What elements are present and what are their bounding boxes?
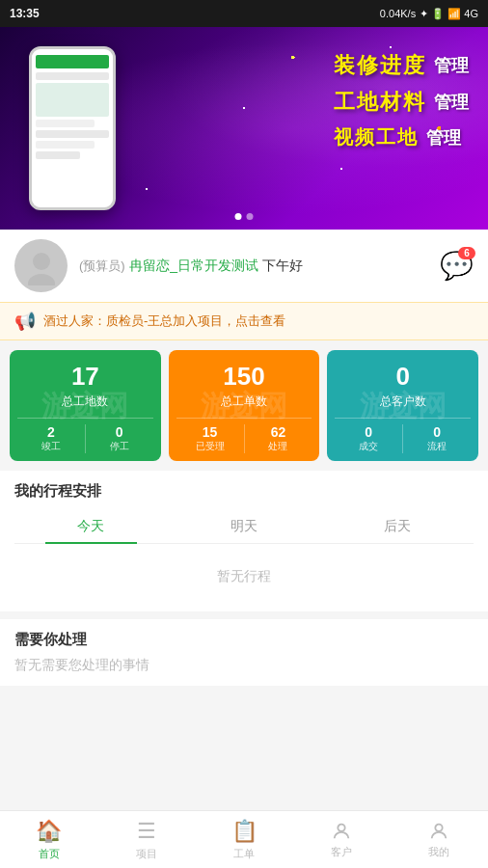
stat-card-workorders[interactable]: 游迹网 150 总工单数 15 已受理 62 处理: [169, 350, 320, 461]
svg-point-2: [339, 824, 345, 830]
stat-card-worksites[interactable]: 游迹网 17 总工地数 2 竣工 0 停工: [10, 350, 161, 461]
status-right: 0.04K/s ✦ 🔋 📶 4G: [380, 8, 478, 20]
tab-tomorrow[interactable]: 明天: [168, 510, 321, 543]
user-bar: (预算员) 冉留恋_日常开发测试 下午好 💬 6: [0, 230, 488, 302]
svg-point-3: [436, 824, 443, 830]
banner: 装修进度 管理 工地材料 管理 视频工地 管理: [0, 27, 488, 230]
worksites-sub-2: 0 停工: [86, 424, 153, 453]
svg-point-0: [33, 253, 50, 270]
notif-link: 酒过人家：质检员-王总加入项目，点击查看: [43, 313, 285, 328]
nav-project[interactable]: ☰ 项目: [97, 819, 195, 861]
status-time: 13:35: [10, 7, 40, 20]
workorder-icon: 📋: [231, 819, 258, 844]
bottom-nav: 🏠 首页 ☰ 项目 📋 工单 客户 我的: [0, 810, 488, 868]
tab-day-after[interactable]: 后天: [320, 510, 474, 543]
message-badge[interactable]: 💬 6: [439, 249, 474, 284]
stats-grid: 游迹网 17 总工地数 2 竣工 0 停工 游迹网 150 总工单数 15 已受…: [10, 350, 478, 461]
worksites-number: 17: [17, 362, 153, 392]
banner-text-1: 装修进度: [334, 51, 426, 80]
workorders-sub: 15 已受理 62 处理: [176, 418, 312, 453]
home-label: 首页: [39, 847, 60, 861]
workorders-label: 总工单数: [176, 393, 312, 410]
customers-sub-label-2: 流程: [403, 440, 471, 453]
worksites-sub: 2 竣工 0 停工: [17, 418, 153, 453]
workorders-sub-num-2: 62: [245, 424, 312, 440]
status-bar: 13:35 0.04K/s ✦ 🔋 📶 4G: [0, 0, 488, 27]
banner-phone: [29, 46, 116, 210]
customers-sub-1: 0 成交: [335, 424, 402, 453]
nav-workorder[interactable]: 📋 工单: [195, 819, 292, 861]
project-icon: ☰: [137, 819, 156, 844]
customers-sub-label-1: 成交: [335, 440, 402, 453]
workorders-sub-1: 15 已受理: [176, 424, 244, 453]
schedule-tabs: 今天 明天 后天: [14, 510, 474, 544]
customers-sub-2: 0 流程: [403, 424, 471, 453]
worksites-sub-label-2: 停工: [86, 440, 153, 453]
workorders-sub-2: 62 处理: [245, 424, 312, 453]
handle-section: 需要你处理 暂无需要您处理的事情: [0, 619, 488, 686]
banner-manage-3: 管理: [426, 126, 461, 149]
banner-line-2: 工地材料 管理: [334, 88, 469, 117]
customer-icon: [331, 821, 352, 842]
handle-empty: 暂无需要您处理的事情: [14, 657, 474, 674]
banner-manage-1: 管理: [434, 54, 469, 77]
schedule-section: 我的行程安排 今天 明天 后天 暂无行程: [0, 471, 488, 611]
worksites-sub-1: 2 竣工: [17, 424, 85, 453]
status-speed: 0.04K/s: [380, 8, 416, 19]
banner-line-1: 装修进度 管理: [334, 51, 469, 80]
notification-bar[interactable]: 📢 酒过人家：质检员-王总加入项目，点击查看: [0, 302, 488, 340]
nav-mine[interactable]: 我的: [391, 821, 488, 859]
worksites-sub-num-2: 0: [86, 424, 153, 440]
workorders-sub-label-2: 处理: [245, 440, 312, 453]
banner-text-area: 装修进度 管理 工地材料 管理 视频工地 管理: [334, 51, 469, 150]
home-icon: 🏠: [36, 819, 62, 844]
user-role: (预算员): [79, 258, 125, 273]
user-info: (预算员) 冉留恋_日常开发测试 下午好: [79, 257, 427, 275]
customers-number: 0: [335, 362, 471, 392]
worksites-sub-num-1: 2: [17, 424, 85, 440]
avatar: [14, 239, 68, 292]
banner-text-2: 工地材料: [334, 88, 426, 117]
status-icons: ✦ 🔋 📶 4G: [420, 8, 478, 20]
workorders-number: 150: [176, 362, 312, 392]
workorders-sub-label-1: 已受理: [176, 440, 244, 453]
worksites-sub-label-1: 竣工: [17, 440, 85, 453]
worksites-label: 总工地数: [17, 393, 153, 410]
customer-label: 客户: [331, 845, 352, 859]
stat-card-customers[interactable]: 游迹网 0 总客户数 0 成交 0 流程: [327, 350, 478, 461]
project-label: 项目: [136, 847, 157, 861]
workorder-label: 工单: [233, 847, 255, 861]
user-greeting: 下午好: [262, 258, 303, 273]
customers-label: 总客户数: [335, 393, 471, 410]
tab-today[interactable]: 今天: [14, 510, 168, 543]
user-name: 冉留恋_日常开发测试: [129, 258, 258, 273]
schedule-title: 我的行程安排: [14, 482, 474, 501]
handle-title: 需要你处理: [14, 631, 474, 649]
schedule-empty: 暂无行程: [14, 554, 474, 600]
banner-manage-2: 管理: [434, 91, 469, 114]
notification-icon: 📢: [14, 311, 36, 332]
mine-label: 我的: [428, 845, 449, 859]
badge-count: 6: [458, 247, 475, 259]
workorders-sub-num-1: 15: [176, 424, 244, 440]
banner-dot-1: [235, 213, 242, 220]
customers-sub-num-1: 0: [335, 424, 402, 440]
banner-dot-2: [247, 213, 254, 220]
svg-point-1: [28, 274, 55, 285]
nav-home[interactable]: 🏠 首页: [0, 819, 97, 861]
banner-text-3: 视频工地: [334, 124, 419, 150]
banner-line-3: 视频工地 管理: [334, 124, 469, 150]
banner-dots: [235, 213, 254, 220]
customers-sub-num-2: 0: [403, 424, 471, 440]
mine-icon: [428, 821, 449, 842]
notification-text: 酒过人家：质检员-王总加入项目，点击查看: [43, 312, 285, 330]
nav-customer[interactable]: 客户: [293, 821, 391, 859]
customers-sub: 0 成交 0 流程: [335, 418, 471, 453]
